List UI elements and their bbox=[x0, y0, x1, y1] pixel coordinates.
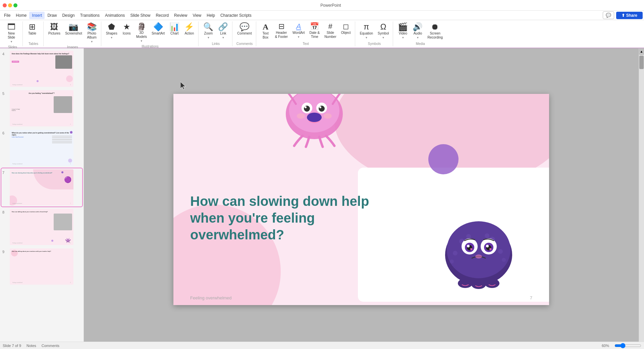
title-bar: PowerPoint bbox=[0, 0, 644, 11]
link-dropdown: ▼ bbox=[222, 36, 224, 39]
close-btn[interactable] bbox=[3, 3, 7, 7]
menu-help[interactable]: Help bbox=[204, 12, 218, 19]
notes-btn[interactable]: Notes bbox=[26, 344, 36, 348]
slide-preview-6[interactable]: What do you notice when you're getting o… bbox=[10, 130, 73, 166]
minimize-btn[interactable] bbox=[8, 3, 12, 7]
menu-slideshow[interactable]: Slide Show bbox=[127, 12, 153, 19]
slide-number-button[interactable]: # SlideNumber bbox=[322, 21, 338, 40]
svg-point-30 bbox=[489, 248, 491, 250]
link-button[interactable]: 🔗 Link ▼ bbox=[216, 21, 230, 41]
slide-thumb-9[interactable]: 9 How can talking about your emotions wi… bbox=[1, 247, 82, 286]
scroll-thumb[interactable] bbox=[639, 56, 644, 69]
zoom-button[interactable]: 🔍 Zoom ▼ bbox=[201, 21, 215, 41]
header-footer-button[interactable]: ⊟ Header& Footer bbox=[273, 21, 290, 40]
menu-review[interactable]: Review bbox=[171, 12, 190, 19]
svg-point-4 bbox=[304, 106, 310, 112]
video-button[interactable]: 🎬 Video ▼ bbox=[396, 21, 410, 41]
3d-models-button[interactable]: 🗿 3DModels ▼ bbox=[134, 21, 149, 44]
date-time-button[interactable]: 📅 Date &Time bbox=[308, 21, 322, 40]
scroll-up[interactable]: ▲ bbox=[639, 48, 644, 55]
app-title: PowerPoint bbox=[20, 3, 641, 8]
screen-recording-button[interactable]: ⏺ ScreenRecording bbox=[425, 21, 445, 41]
shapes-icon: ⬟ bbox=[108, 23, 115, 31]
menu-animations[interactable]: Animations bbox=[102, 12, 127, 19]
link-icon: 🔗 bbox=[218, 23, 228, 31]
comments-status-btn[interactable]: Comments bbox=[42, 344, 59, 348]
menu-view[interactable]: View bbox=[190, 12, 204, 19]
svg-point-8 bbox=[307, 113, 322, 122]
action-button[interactable]: ⚡ Action bbox=[182, 21, 196, 37]
chart-icon: 📊 bbox=[169, 23, 179, 31]
menu-insert[interactable]: Insert bbox=[29, 12, 45, 19]
new-slide-button[interactable]: 🗖 NewSlide ▼ bbox=[5, 21, 18, 45]
screenshot-button[interactable]: 📷 Screenshot bbox=[63, 21, 84, 37]
svg-point-9 bbox=[297, 113, 305, 119]
zoom-slider[interactable] bbox=[614, 343, 641, 348]
symbols-group-label: Symbols bbox=[358, 41, 391, 46]
menu-draw[interactable]: Draw bbox=[45, 12, 59, 19]
ribbon-group-links: 🔍 Zoom ▼ 🔗 Link ▼ Links bbox=[199, 21, 232, 46]
slide-canvas[interactable]: How can slowing down help when you're fe… bbox=[173, 94, 549, 305]
zoom-dropdown: ▼ bbox=[207, 36, 210, 39]
share-button[interactable]: ⬆ Share bbox=[616, 12, 643, 19]
table-button[interactable]: ⊞ Table bbox=[25, 21, 39, 37]
svg-point-18 bbox=[502, 258, 506, 262]
slide-panel[interactable]: 4 How does the Feelings Monster help Ash… bbox=[0, 48, 84, 349]
new-slide-icon: 🗖 bbox=[7, 23, 15, 31]
equation-button[interactable]: π Equation ▼ bbox=[358, 21, 375, 41]
ribbon: 🗖 NewSlide ▼ Slides ⊞ Table Tables 🖼 bbox=[0, 20, 644, 48]
photo-album-button[interactable]: 📚 PhotoAlbum ▼ bbox=[85, 21, 99, 45]
maximize-btn[interactable] bbox=[13, 3, 17, 7]
canvas-area[interactable]: How can slowing down help when you're fe… bbox=[84, 48, 639, 349]
audio-dropdown: ▼ bbox=[417, 36, 419, 39]
text-box-button[interactable]: A TextBox bbox=[259, 21, 272, 41]
menu-file[interactable]: File bbox=[1, 12, 13, 19]
slide-main-text[interactable]: How can slowing down help when you're fe… bbox=[190, 193, 385, 243]
audio-button[interactable]: 🔊 Audio ▼ bbox=[411, 21, 425, 41]
slide-preview-9[interactable]: How can talking about your emotions with… bbox=[10, 248, 73, 285]
chart-button[interactable]: 📊 Chart bbox=[167, 21, 181, 37]
symbol-button[interactable]: Ω Symbol ▼ bbox=[376, 21, 391, 41]
svg-point-15 bbox=[453, 251, 458, 255]
photo-album-dropdown: ▼ bbox=[91, 40, 93, 43]
slide-thumb-8[interactable]: 8 How can talking about your emotions wi… bbox=[1, 208, 82, 246]
slide-num-5: 5 bbox=[2, 92, 8, 96]
slide-preview-8[interactable]: How can talking about your emotions with… bbox=[10, 209, 73, 245]
slide-purple-circle bbox=[428, 144, 459, 174]
wordart-button[interactable]: A WordArt ▼ bbox=[290, 21, 307, 40]
shapes-button[interactable]: ⬟ Shapes ▼ bbox=[104, 21, 119, 41]
slide-thumb-4[interactable]: 4 How does the Feelings Monster help Ash… bbox=[1, 50, 82, 88]
comments-group-label: Comments bbox=[235, 41, 254, 46]
object-button[interactable]: ◻ Object bbox=[339, 21, 353, 36]
slide-preview-5[interactable]: Are you feeling "overwhelmed"? Contact U… bbox=[10, 90, 73, 126]
right-panel[interactable]: ▲ ▼ › bbox=[639, 48, 644, 349]
pictures-button[interactable]: 🖼 Pictures bbox=[46, 21, 62, 37]
svg-point-29 bbox=[470, 248, 472, 250]
menu-char-scripts[interactable]: Character Scripts bbox=[218, 12, 254, 19]
menu-transitions[interactable]: Transitions bbox=[77, 12, 102, 19]
slide-preview-4[interactable]: How does the Feelings Monster help Ash l… bbox=[10, 51, 73, 87]
svg-point-28 bbox=[486, 245, 489, 247]
svg-point-6 bbox=[305, 106, 307, 108]
comment-button[interactable]: 💬 Comment bbox=[235, 21, 254, 37]
photo-album-icon: 📚 bbox=[87, 23, 97, 31]
ribbon-group-slides: 🗖 NewSlide ▼ Slides bbox=[3, 21, 23, 46]
menu-home[interactable]: Home bbox=[13, 12, 29, 19]
ribbon-group-comments: 💬 Comment Comments bbox=[233, 21, 256, 46]
slide-num-7: 7 bbox=[2, 171, 8, 175]
icons-button[interactable]: ★ Icons bbox=[120, 21, 133, 37]
slide-number-icon: # bbox=[328, 23, 332, 30]
smartart-button[interactable]: 🔷 SmartArt bbox=[150, 21, 167, 37]
menu-record[interactable]: Record bbox=[153, 12, 171, 19]
slide-num-4: 4 bbox=[2, 52, 8, 56]
comments-icon-btn[interactable]: 💬 bbox=[603, 11, 614, 19]
menu-design[interactable]: Design bbox=[59, 12, 77, 19]
svg-point-31 bbox=[475, 254, 482, 258]
slide-thumb-6[interactable]: 6 What do you notice when you're getting… bbox=[1, 129, 82, 167]
slide-thumb-7[interactable]: 7 How can slowing down help when you're … bbox=[1, 168, 82, 207]
slide-preview-7[interactable]: How can slowing down help when you're fe… bbox=[10, 169, 73, 206]
slide-thumb-5[interactable]: 5 Are you feeling "overwhelmed"? Contact… bbox=[1, 89, 82, 127]
menu-bar: File Home Insert Draw Design Transitions… bbox=[0, 11, 644, 20]
table-icon: ⊞ bbox=[29, 23, 36, 31]
object-icon: ◻ bbox=[343, 23, 349, 30]
